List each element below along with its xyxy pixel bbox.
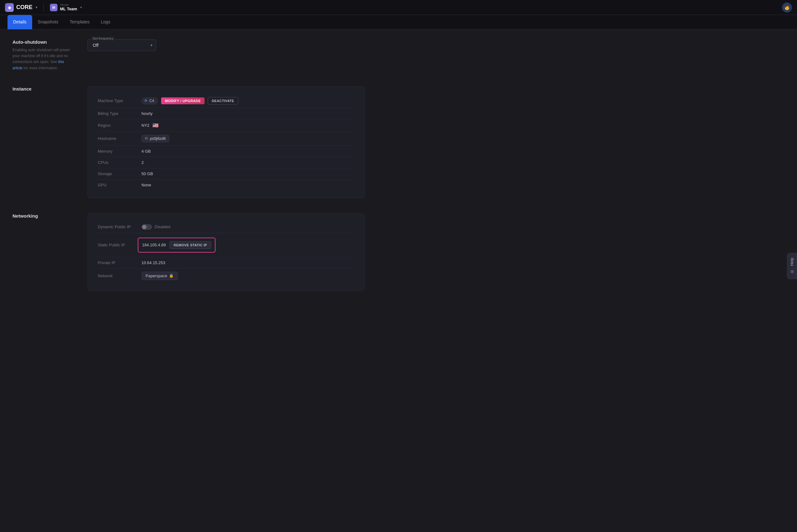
help-icon: ⊗ [790, 268, 794, 274]
machine-type-badge: ⚙ C4 [141, 97, 158, 104]
storage-key: Storage [98, 171, 141, 176]
table-row: Storage 50 GB [98, 168, 355, 179]
frequency-select[interactable]: Off 1 hour 2 hours 4 hours [88, 39, 156, 51]
billing-type-key: Billing Type [98, 111, 141, 116]
billing-type-value: hourly [141, 111, 152, 116]
auto-shutdown-label-area: Auto-shutdown Enabling auto shutdown wil… [13, 39, 75, 71]
instance-card: Machine Type ⚙ C4 MODIFY / UPGRADE DEACT… [88, 86, 365, 198]
instance-content: Machine Type ⚙ C4 MODIFY / UPGRADE DEACT… [88, 86, 365, 198]
team-avatar: M [50, 4, 57, 11]
help-panel[interactable]: Help ⊗ [787, 253, 797, 279]
nav-divider [43, 4, 44, 11]
static-ip-value: 184.105.4.89 REMOVE STATIC IP [141, 236, 212, 254]
lock-icon: 🔒 [169, 273, 174, 278]
cpus-value: 2 [141, 160, 144, 165]
table-row: Billing Type hourly [98, 108, 355, 119]
auto-shutdown-section: Auto-shutdown Enabling auto shutdown wil… [13, 39, 365, 71]
static-ip-row: Static Public IP 184.105.4.89 REMOVE STA… [98, 233, 355, 257]
table-row: Network Paperspace 🔒 [98, 268, 355, 283]
table-row: Region NY2 🇺🇸 [98, 119, 355, 132]
auto-shutdown-title: Auto-shutdown [13, 39, 75, 45]
network-badge: Paperspace 🔒 [141, 272, 178, 280]
networking-content: Dynamic Public IP Disabled Static Public… [88, 213, 365, 291]
team-label: TEAM [60, 3, 77, 6]
dynamic-ip-key: Dynamic Public IP [98, 225, 141, 229]
static-ip-address: 184.105.4.89 [142, 243, 166, 247]
network-name: Paperspace [146, 273, 167, 278]
dynamic-ip-status: Disabled [155, 225, 171, 229]
table-row: Machine Type ⚙ C4 MODIFY / UPGRADE DEACT… [98, 94, 355, 108]
region-flag-icon: 🇺🇸 [152, 122, 159, 128]
gpu-value: None [141, 183, 151, 187]
instance-section-title: Instance [13, 86, 75, 92]
table-row: Private IP 10.64.15.253 [98, 257, 355, 268]
network-key: Network [98, 273, 141, 278]
static-ip-key: Static Public IP [98, 243, 141, 247]
memory-value: 4 GB [141, 149, 151, 154]
brand-name: CORE [16, 4, 33, 11]
dynamic-ip-toggle-wrapper: Disabled [141, 224, 171, 230]
network-value: Paperspace 🔒 [141, 272, 178, 280]
deactivate-button[interactable]: DEACTIVATE [208, 97, 238, 104]
top-navigation: ◈ CORE ▾ M TEAM ML Team ▾ 🧑 [0, 0, 797, 15]
cpus-key: CPUs [98, 160, 141, 165]
hostname-badge: ID ps0ji6zd6 [141, 135, 169, 142]
instance-section: Instance Machine Type ⚙ C4 MODIFY / UPGR… [13, 86, 365, 198]
table-row: Memory 4 GB [98, 146, 355, 157]
tab-details[interactable]: Details [7, 15, 32, 29]
table-row: GPU None [98, 179, 355, 190]
modify-upgrade-button[interactable]: MODIFY / UPGRADE [161, 97, 205, 104]
auto-shutdown-content: Set frequency Off 1 hour 2 hours 4 hours… [88, 39, 365, 71]
memory-key: Memory [98, 149, 141, 154]
tabs-bar: Details Snapshots Templates Logs [0, 15, 797, 29]
machine-type-icon: ⚙ [144, 99, 147, 103]
static-ip-highlight: 184.105.4.89 REMOVE STATIC IP [138, 238, 215, 252]
hostname-value: ID ps0ji6zd6 [141, 135, 169, 142]
brand-icon: ◈ [5, 3, 14, 12]
tab-snapshots[interactable]: Snapshots [32, 15, 64, 29]
networking-card: Dynamic Public IP Disabled Static Public… [88, 213, 365, 291]
brand-logo-area[interactable]: ◈ CORE ▾ [5, 3, 37, 12]
tab-logs[interactable]: Logs [95, 15, 116, 29]
storage-value: 50 GB [141, 171, 153, 176]
table-row: Hostname ID ps0ji6zd6 [98, 132, 355, 146]
networking-section: Networking Dynamic Public IP Disabled [13, 213, 365, 291]
networking-section-title: Networking [13, 213, 75, 218]
instance-label-area: Instance [13, 86, 75, 198]
hostname-id-label: ID [145, 137, 148, 140]
frequency-label: Set frequency [91, 37, 115, 40]
remove-static-ip-button[interactable]: REMOVE STATIC IP [170, 241, 211, 249]
machine-type-value: ⚙ C4 MODIFY / UPGRADE DEACTIVATE [141, 97, 238, 104]
machine-type-key: Machine Type [98, 98, 141, 103]
gpu-key: GPU [98, 183, 141, 187]
auto-shutdown-desc: Enabling auto shutdown will power your m… [13, 47, 75, 71]
networking-label-area: Networking [13, 213, 75, 291]
dynamic-ip-value: Disabled [141, 224, 171, 230]
user-avatar[interactable]: 🧑 [782, 2, 792, 13]
machine-type-text: C4 [149, 99, 154, 103]
private-ip-key: Private IP [98, 260, 141, 265]
private-ip-value: 10.64.15.253 [141, 260, 165, 265]
team-caret-icon: ▾ [80, 6, 82, 9]
region-key: Region [98, 123, 141, 128]
toggle-thumb [142, 225, 147, 229]
region-text: NY2 [141, 123, 149, 128]
hostname-key: Hostname [98, 136, 141, 141]
brand-caret-icon: ▾ [36, 6, 37, 9]
main-content: Auto-shutdown Enabling auto shutdown wil… [0, 29, 375, 316]
frequency-dropdown-wrapper: Set frequency Off 1 hour 2 hours 4 hours… [88, 39, 156, 51]
hostname-text: ps0ji6zd6 [150, 136, 166, 141]
tab-templates[interactable]: Templates [64, 15, 95, 29]
region-value: NY2 🇺🇸 [141, 122, 159, 128]
team-switcher[interactable]: M TEAM ML Team ▾ [48, 2, 84, 13]
dynamic-ip-toggle[interactable] [141, 224, 152, 230]
help-label: Help [790, 258, 794, 266]
table-row: Dynamic Public IP Disabled [98, 221, 355, 233]
team-name: ML Team [60, 6, 77, 11]
table-row: CPUs 2 [98, 157, 355, 168]
